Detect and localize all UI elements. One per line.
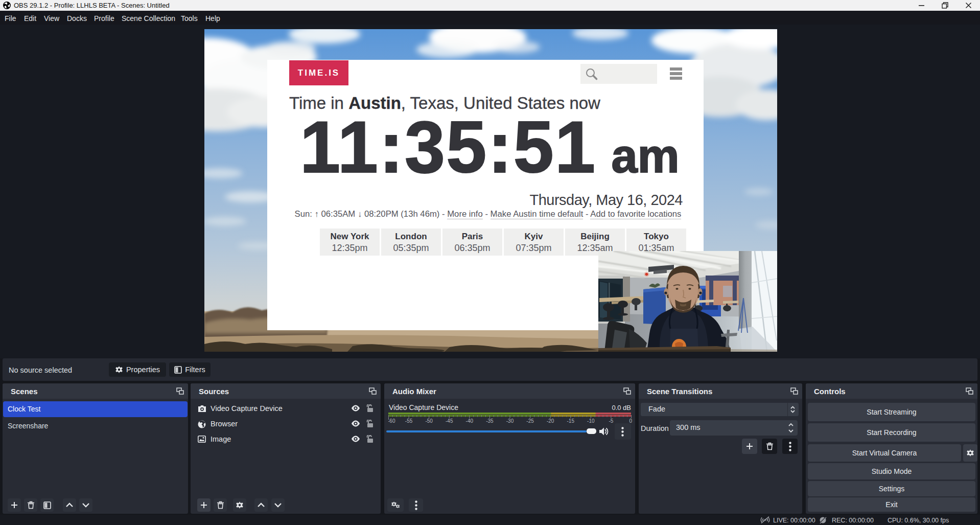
svg-text:-20: -20: [547, 418, 554, 424]
svg-text:-25: -25: [526, 418, 534, 424]
svg-text:-10: -10: [587, 418, 595, 424]
svg-text:-5: -5: [609, 418, 613, 424]
svg-text:-45: -45: [446, 418, 453, 424]
svg-text:-50: -50: [425, 418, 433, 424]
svg-text:-40: -40: [466, 418, 474, 424]
svg-text:-35: -35: [486, 418, 494, 424]
svg-text:-30: -30: [506, 418, 514, 424]
svg-text:-60: -60: [388, 418, 395, 424]
svg-text:-55: -55: [405, 418, 413, 424]
svg-text:-15: -15: [567, 418, 575, 424]
